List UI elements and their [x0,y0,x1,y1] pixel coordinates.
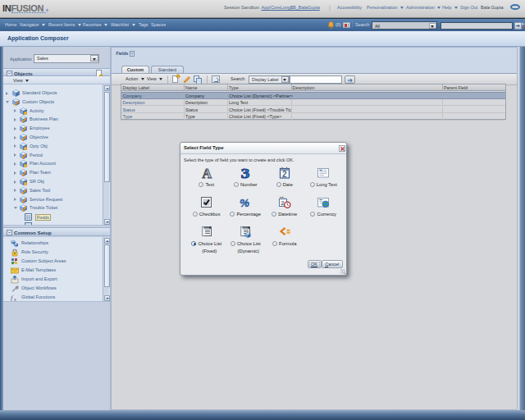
svg-text:3: 3 [241,167,250,179]
svg-text:A: A [202,167,212,179]
svg-text:x: x [13,297,16,302]
svg-text:%: % [240,197,249,209]
svg-text:2: 2 [282,170,287,179]
